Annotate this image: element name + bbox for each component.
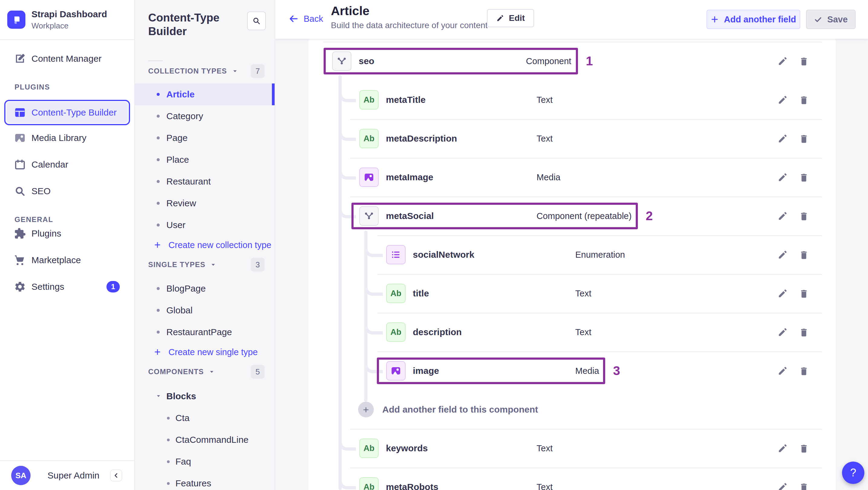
add-field-row: +Add another field to this component — [309, 390, 836, 429]
bullet-icon — [157, 202, 160, 205]
field-type: Text — [575, 274, 591, 313]
plus-icon — [711, 16, 719, 23]
content-type-item-article[interactable]: Article — [135, 84, 275, 105]
edit-field-button[interactable] — [776, 209, 789, 223]
component-group-blocks[interactable]: Blocks — [135, 385, 275, 407]
back-link[interactable]: Back — [288, 11, 323, 27]
content-type-item-global[interactable]: Global — [135, 300, 275, 321]
delete-field-button[interactable] — [797, 132, 810, 145]
components-header[interactable]: COMPONENTS 5 — [135, 365, 275, 379]
component-item-ctacommandline[interactable]: CtaCommandLine — [135, 429, 275, 451]
content-type-item-page[interactable]: Page — [135, 127, 275, 149]
component-item-faq[interactable]: Faq — [135, 451, 275, 472]
component-item-features[interactable]: Features — [135, 472, 275, 490]
sidebar-item-settings[interactable]: Settings1 — [4, 277, 130, 297]
component-item-cta[interactable]: Cta — [135, 407, 275, 429]
delete-field-button[interactable] — [797, 287, 810, 300]
chevron-down-icon — [155, 391, 162, 401]
content-type-item-user[interactable]: User — [135, 214, 275, 236]
edit-field-button[interactable] — [776, 55, 789, 68]
field-row-image: imageMedia3 — [309, 351, 836, 390]
content-manager-icon — [14, 53, 26, 65]
edit-field-button[interactable] — [776, 132, 789, 145]
content-type-label: Review — [166, 198, 196, 208]
edit-field-button[interactable] — [776, 171, 789, 184]
delete-field-button[interactable] — [797, 171, 810, 184]
sidebar-item-content-manager[interactable]: Content Manager — [4, 49, 130, 68]
row-divider — [377, 351, 822, 352]
edit-field-button[interactable] — [776, 287, 789, 300]
sidebar-item-calendar[interactable]: Calendar — [4, 155, 130, 174]
sidebar-footer: SA Super Admin — [0, 460, 134, 490]
strapi-logo-icon[interactable] — [7, 10, 25, 29]
content-type-item-category[interactable]: Category — [135, 105, 275, 127]
edit-field-button[interactable] — [776, 93, 789, 106]
field-row-metaTitle: AbmetaTitleText — [309, 81, 836, 119]
bullet-icon — [157, 309, 160, 312]
sidebar-item-plugins[interactable]: Plugins — [4, 224, 130, 243]
delete-field-button[interactable] — [797, 364, 810, 377]
component-label: CtaCommandLine — [176, 435, 249, 445]
sidebar-item-marketplace[interactable]: Marketplace — [4, 250, 130, 270]
search-button[interactable] — [247, 11, 266, 30]
delete-field-button[interactable] — [797, 326, 810, 339]
main-navigation: Content Manager PLUGINS Content-Type Bui… — [0, 40, 134, 297]
help-button[interactable]: ? — [842, 462, 864, 484]
delete-field-button[interactable] — [797, 248, 810, 261]
content-type-item-restaurantpage[interactable]: RestaurantPage — [135, 321, 275, 343]
field-type: Text — [536, 429, 553, 468]
edit-field-button[interactable] — [776, 480, 789, 490]
collapse-sidebar-button[interactable] — [110, 469, 122, 482]
content-type-item-review[interactable]: Review — [135, 192, 275, 214]
chevron-down-icon — [208, 368, 215, 375]
field-row-metaRobots: AbmetaRobotsText — [309, 468, 836, 490]
sidebar-item-content-type-builder[interactable]: Content-Type Builder — [4, 100, 130, 125]
edit-field-button[interactable] — [776, 326, 789, 339]
content-type-item-restaurant[interactable]: Restaurant — [135, 171, 275, 192]
delete-field-button[interactable] — [797, 93, 810, 106]
field-name: metaDescription — [386, 119, 457, 158]
content-type-item-blogpage[interactable]: BlogPage — [135, 278, 275, 300]
field-type: Component (repeatable) — [536, 196, 631, 235]
avatar[interactable]: SA — [11, 466, 31, 485]
add-another-field-button[interactable]: Add another field — [707, 10, 800, 29]
edit-field-button[interactable] — [776, 248, 789, 261]
sidebar-item-media-library[interactable]: Media Library — [4, 128, 130, 148]
field-row-metaDescription: AbmetaDescriptionText — [309, 119, 836, 158]
content-type-label: Global — [166, 305, 193, 315]
edit-button[interactable]: Edit — [487, 9, 534, 27]
field-name: socialNetwork — [413, 235, 474, 274]
bullet-icon — [167, 417, 170, 420]
delete-field-button[interactable] — [797, 209, 810, 223]
field-row-keywords: AbkeywordsText — [309, 429, 836, 468]
delete-field-button[interactable] — [797, 441, 810, 455]
edit-field-button[interactable] — [776, 364, 789, 377]
plus-icon: + — [154, 347, 161, 358]
builder-panel-title: Content-Type Builder — [148, 11, 248, 38]
save-button[interactable]: Save — [806, 10, 856, 29]
bullet-icon — [157, 115, 160, 118]
add-field-to-component-button[interactable]: + — [358, 402, 374, 418]
workspace-brand: Strapi Dashboard Workplace — [0, 0, 134, 40]
field-type: Media — [575, 351, 599, 390]
delete-field-button[interactable] — [797, 480, 810, 490]
components-count: 5 — [251, 365, 265, 379]
builder-panel: Content-Type Builder COLLECTION TYPES 7 … — [135, 0, 275, 490]
field-name: description — [413, 313, 462, 351]
create-collection-type-link[interactable]: + Create new collection type — [135, 236, 275, 254]
edit-field-button[interactable] — [776, 441, 789, 455]
sidebar-item-seo[interactable]: SEO — [4, 182, 130, 201]
divider — [148, 61, 163, 61]
collection-types-header[interactable]: COLLECTION TYPES 7 — [135, 64, 275, 78]
create-single-type-link[interactable]: + Create new single type — [135, 343, 275, 361]
enumeration-field-icon — [386, 245, 406, 264]
add-field-to-component-label[interactable]: Add another field to this component — [382, 390, 538, 429]
single-types-header[interactable]: SINGLE TYPES 3 — [135, 258, 275, 272]
page-subtitle: Build the data architecture of your cont… — [331, 21, 488, 30]
chevron-left-icon — [113, 472, 120, 479]
delete-field-button[interactable] — [797, 55, 810, 68]
content-type-item-place[interactable]: Place — [135, 149, 275, 171]
sidebar-item-label: Settings — [31, 282, 64, 292]
sidebar-item-label: Content Manager — [31, 54, 102, 64]
workspace-title: Strapi Dashboard — [31, 9, 107, 19]
